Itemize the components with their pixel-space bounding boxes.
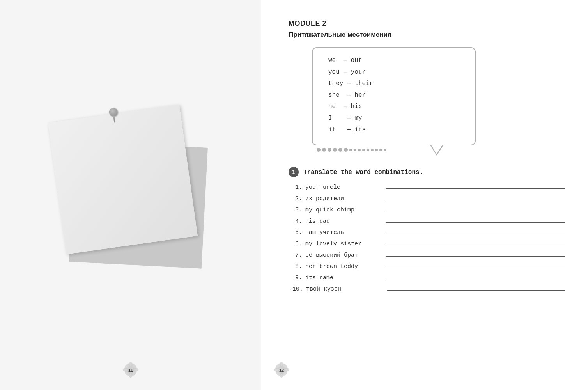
dot-11 bbox=[367, 149, 369, 151]
item-line-4 bbox=[386, 222, 565, 223]
exercise-list: 1. your uncle 2. их родители 3. my quick… bbox=[292, 184, 565, 292]
flower-badge-left: 11 bbox=[122, 361, 139, 378]
dot-1 bbox=[317, 148, 321, 152]
dot-10 bbox=[362, 149, 365, 151]
sticky-note bbox=[48, 105, 197, 254]
item-num-10: 10. bbox=[292, 286, 303, 292]
dot-12 bbox=[371, 149, 374, 151]
speech-bubble: we — our you — your they — their she — h… bbox=[312, 47, 476, 145]
item-num-5: 5. bbox=[292, 229, 302, 236]
dot-3 bbox=[328, 148, 331, 152]
item-num-1: 1. bbox=[292, 184, 302, 191]
pronoun-row-he: he — his bbox=[328, 102, 461, 112]
item-num-7: 7. bbox=[292, 252, 302, 259]
item-text-2: их родители bbox=[305, 195, 383, 202]
item-line-8 bbox=[386, 268, 565, 268]
item-text-7: её высокий брат bbox=[305, 252, 383, 259]
dot-15 bbox=[384, 149, 386, 151]
list-item: 4. his dad bbox=[292, 218, 565, 225]
item-text-6: my lovely sister bbox=[305, 241, 383, 247]
list-item: 3. my quick chimp bbox=[292, 207, 565, 213]
pushpin bbox=[107, 107, 120, 124]
item-num-4: 4. bbox=[292, 218, 302, 225]
item-text-8: her brown teddy bbox=[305, 263, 383, 270]
item-line-9 bbox=[386, 279, 565, 279]
list-item: 2. их родители bbox=[292, 195, 565, 202]
dot-7 bbox=[349, 149, 352, 151]
item-num-6: 6. bbox=[292, 241, 302, 247]
item-line-2 bbox=[386, 200, 565, 200]
item-num-9: 9. bbox=[292, 275, 302, 281]
note-container bbox=[49, 101, 213, 265]
item-num-8: 8. bbox=[292, 263, 302, 270]
item-line-1 bbox=[386, 188, 565, 189]
right-page: MODULE 2 Притяжательные местоимения we —… bbox=[261, 0, 588, 390]
dot-9 bbox=[358, 149, 361, 151]
item-line-3 bbox=[386, 211, 565, 211]
pronoun-row-i: I — my bbox=[328, 113, 461, 124]
module-title: MODULE 2 bbox=[289, 20, 565, 28]
svg-text:11: 11 bbox=[128, 368, 133, 372]
item-line-5 bbox=[386, 234, 565, 234]
list-item: 10. твой кузен bbox=[292, 286, 565, 292]
left-page: 11 bbox=[0, 0, 261, 390]
list-item: 1. your uncle bbox=[292, 184, 565, 191]
pronoun-row-we: we — our bbox=[328, 56, 461, 66]
dot-8 bbox=[354, 149, 356, 151]
item-text-5: наш учитель bbox=[305, 229, 383, 236]
list-item: 6. my lovely sister bbox=[292, 241, 565, 247]
pushpin-shaft bbox=[113, 116, 115, 122]
dot-4 bbox=[333, 148, 337, 152]
item-text-3: my quick chimp bbox=[305, 207, 383, 213]
dot-14 bbox=[379, 149, 382, 151]
page-number-left: 11 bbox=[122, 361, 139, 378]
exercise-header: 1 Translate the word combinations. bbox=[289, 167, 565, 177]
dot-5 bbox=[338, 148, 342, 152]
flower-badge-right: 12 bbox=[273, 361, 290, 378]
dot-6 bbox=[344, 148, 348, 152]
dot-2 bbox=[322, 148, 326, 152]
pronoun-row-it: it — its bbox=[328, 125, 461, 135]
pronoun-row-she: she — her bbox=[328, 90, 461, 101]
list-item: 5. наш учитель bbox=[292, 229, 565, 236]
item-text-10: твой кузен bbox=[306, 286, 384, 292]
svg-text:12: 12 bbox=[279, 368, 284, 372]
item-num-2: 2. bbox=[292, 195, 302, 202]
page-number-right: 12 bbox=[273, 361, 290, 378]
pronoun-table: we — our you — your they — their she — h… bbox=[328, 56, 461, 135]
item-line-7 bbox=[386, 256, 565, 257]
subtitle: Притяжательные местоимения bbox=[289, 31, 565, 39]
pushpin-head bbox=[108, 107, 118, 117]
item-line-6 bbox=[386, 245, 565, 245]
item-num-3: 3. bbox=[292, 207, 302, 213]
list-item: 7. её высокий брат bbox=[292, 252, 565, 259]
pronoun-row-you: you — your bbox=[328, 67, 461, 78]
item-line-10 bbox=[387, 290, 565, 291]
exercise-instruction: Translate the word combinations. bbox=[303, 169, 423, 176]
bubble-dots bbox=[317, 148, 428, 152]
dot-13 bbox=[375, 149, 378, 151]
list-item: 9. its name bbox=[292, 275, 565, 281]
list-item: 8. her brown teddy bbox=[292, 263, 565, 270]
item-text-1: your uncle bbox=[305, 184, 383, 191]
item-text-4: his dad bbox=[305, 218, 383, 225]
item-text-9: its name bbox=[305, 275, 383, 281]
exercise-number: 1 bbox=[289, 167, 299, 177]
pronoun-row-they: they — their bbox=[328, 79, 461, 89]
